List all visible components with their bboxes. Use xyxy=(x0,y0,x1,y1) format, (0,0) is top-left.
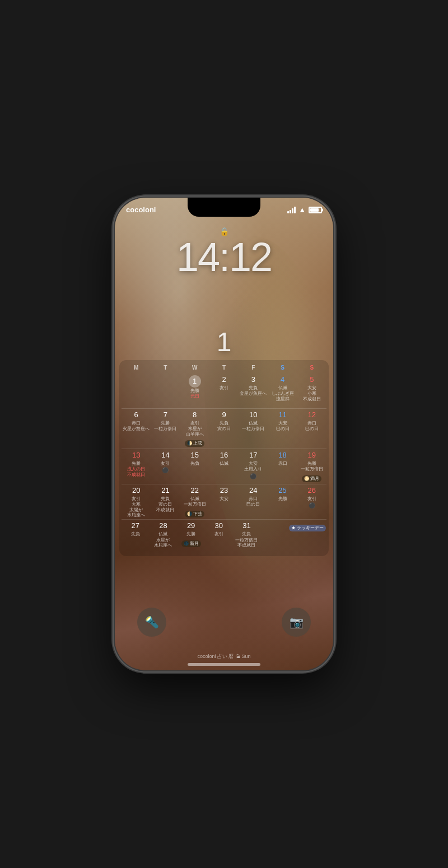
flashlight-button[interactable]: 🔦 xyxy=(137,608,166,637)
cal-note: 寅の日不成就日 xyxy=(151,502,179,512)
cal-rokuyo: 先負 xyxy=(239,385,267,390)
cal-rokuyo: 仏滅 xyxy=(150,531,177,536)
cal-rokuyo: 赤口 xyxy=(239,496,267,501)
table-row xyxy=(151,374,180,408)
cal-day: 6 xyxy=(122,410,150,420)
cal-header-sat: S xyxy=(268,363,297,372)
table-row: 6 赤口 火星が蟹座へ xyxy=(122,409,151,448)
cal-day-sun: 19 xyxy=(298,451,326,460)
cal-rokuyo: 友引 xyxy=(122,496,150,501)
cal-rokuyo: 先負 xyxy=(210,421,238,426)
phone-screen: cocoloni ▲ 🔒 14:12 1 xyxy=(115,198,333,670)
table-row: 7 先勝 一粒万倍日 xyxy=(151,409,180,448)
cal-note: 一粒万倍日 xyxy=(298,466,326,472)
cal-day: 14 xyxy=(151,451,179,460)
time-label: 14:12 xyxy=(115,237,333,277)
table-row: 1 先勝 元日 xyxy=(180,374,209,408)
table-row: 31 先負 一粒万倍日不成就日 xyxy=(233,520,261,554)
cal-day-sun: 5 xyxy=(298,375,326,385)
table-row: 26 友引 ⚫ xyxy=(297,485,326,519)
cal-rokuyo: 先負 xyxy=(234,531,260,536)
date-display: 14:12 xyxy=(115,236,333,277)
cal-rokuyo: 赤口 xyxy=(122,421,150,426)
home-indicator[interactable] xyxy=(188,663,260,666)
cal-day: 29 xyxy=(178,521,204,531)
cal-day: 22 xyxy=(181,486,209,496)
cal-rokuyo: 先勝 xyxy=(181,388,209,393)
cal-note: 一粒万倍日 xyxy=(151,426,179,431)
signal-bar-1 xyxy=(287,211,289,213)
cal-day-today[interactable]: 1 xyxy=(189,375,201,388)
cal-rokuyo: 仏滅 xyxy=(181,496,209,501)
battery-icon xyxy=(309,207,322,213)
table-row: 25 先勝 xyxy=(268,485,297,519)
cal-day: 24 xyxy=(239,486,267,496)
cal-header-tue: T xyxy=(151,363,180,372)
cal-rokuyo: 仏滅 xyxy=(268,385,296,390)
table-row: 30 友引 xyxy=(205,520,233,554)
cal-divider xyxy=(122,408,326,409)
calendar-widget: M T W T F S S 1 先勝 元日 2 友引 xyxy=(119,360,329,556)
cal-note: 一粒万倍日 xyxy=(239,426,267,431)
cal-week-3: 13 先勝 成人の日不成就日 14 友引 ⚫ 15 先負 16 仏滅 xyxy=(122,450,326,483)
cal-rokuyo: 先勝 xyxy=(122,461,150,466)
table-row: 28 仏滅 水星が水瓶座へ xyxy=(150,520,178,554)
table-row: 24 赤口 巳の日 xyxy=(239,485,268,519)
table-row: 19 先勝 一粒万倍日 🌕 満月 xyxy=(297,450,326,483)
table-row: 13 先勝 成人の日不成就日 xyxy=(122,450,151,483)
cal-week-2: 6 赤口 火星が蟹座へ 7 先勝 一粒万倍日 8 友引 水星が山羊座へ 🌓 上弦… xyxy=(122,409,326,448)
cal-note: 金星が魚座へ xyxy=(239,391,267,396)
camera-icon: 📷 xyxy=(290,615,304,629)
table-row: 8 友引 水星が山羊座へ 🌓 上弦 xyxy=(180,409,209,448)
table-row: 3 先負 金星が魚座へ xyxy=(239,374,268,408)
cal-rokuyo: 大安 xyxy=(210,496,238,501)
cal-dot-badge: ⚫ xyxy=(239,473,267,479)
signal-bar-2 xyxy=(290,210,291,213)
cal-note: 寅の日 xyxy=(210,426,238,431)
cal-rokuyo: 友引 xyxy=(210,385,238,390)
cal-rokuyo: 仏滅 xyxy=(210,461,238,466)
cal-day: 10 xyxy=(239,410,267,420)
cal-rokuyo: 友引 xyxy=(181,421,209,426)
cal-day: 28 xyxy=(150,521,177,531)
signal-icon xyxy=(287,207,296,213)
signal-bar-3 xyxy=(292,208,293,213)
table-row: 18 赤口 xyxy=(268,450,297,483)
table-row: 17 大安 土用入り ⚫ xyxy=(239,450,268,483)
battery-fill xyxy=(310,208,319,212)
cal-rokuyo: 大安 xyxy=(268,421,296,426)
cal-note: 巳の日 xyxy=(298,426,326,431)
cal-week-1: 1 先勝 元日 2 友引 3 先負 金星が魚座へ 4 仏滅 しぶんぎ座流星群 xyxy=(122,374,326,408)
cal-rokuyo: 先負 xyxy=(151,496,179,501)
table-row: 12 赤口 巳の日 xyxy=(297,409,326,448)
notch xyxy=(188,198,260,217)
table-row xyxy=(260,520,288,554)
cal-header-mon: M xyxy=(122,363,151,372)
signal-bar-4 xyxy=(294,207,296,213)
calendar-header: M T W T F S S xyxy=(122,363,326,372)
table-row: 27 先負 xyxy=(122,520,150,554)
cal-moon-badge: 🌕 満月 xyxy=(302,475,321,482)
cal-note: 小寒不成就日 xyxy=(298,391,326,402)
flashlight-icon: 🔦 xyxy=(145,615,159,629)
cal-note: 一粒万倍日 xyxy=(181,502,209,507)
cal-note: 一粒万倍日不成就日 xyxy=(234,538,260,548)
table-row: 14 友引 ⚫ xyxy=(151,450,180,483)
cal-day: 2 xyxy=(210,375,238,385)
cal-note: 土用入り xyxy=(239,466,267,472)
camera-button[interactable]: 📷 xyxy=(282,608,311,637)
cal-header-wed: W xyxy=(180,363,209,372)
cal-rokuyo: 先負 xyxy=(181,461,209,466)
bottom-footer: cocoloni 占い 暦 🌤 Sun xyxy=(115,653,333,660)
cal-lucky-badge: ★ ラッキーデー xyxy=(289,525,326,531)
cal-day: 20 xyxy=(122,486,150,496)
table-row: 9 先負 寅の日 xyxy=(209,409,239,448)
cal-note: 成人の日不成就日 xyxy=(122,466,150,477)
cal-note: 巳の日 xyxy=(268,426,296,431)
cal-note: 大寒太陽が水瓶座へ xyxy=(122,502,150,517)
table-row: 23 大安 xyxy=(209,485,239,519)
cal-day-sun: 26 xyxy=(298,486,326,496)
cal-day: 9 xyxy=(210,410,238,420)
cal-note: 水星が水瓶座へ xyxy=(150,538,177,548)
cal-rokuyo: 友引 xyxy=(298,496,326,501)
